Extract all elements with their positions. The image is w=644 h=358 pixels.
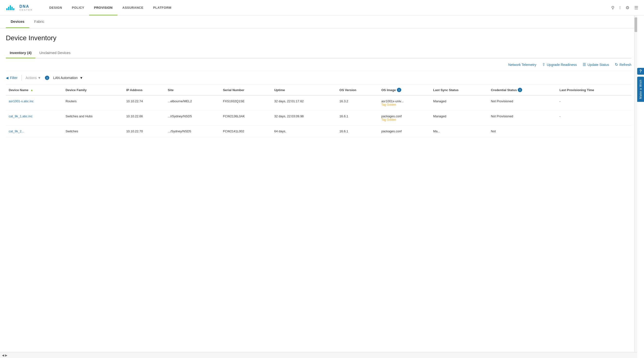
last-sync-cell: Ma... (430, 126, 488, 137)
make-a-wish-button[interactable]: Make a Wish (637, 77, 644, 102)
lan-automation-label: LAN Automation (53, 76, 78, 80)
serial-cell: FCW2136L0AK (220, 111, 271, 126)
scroll-right-icon[interactable]: ▶ (5, 354, 7, 357)
uptime-cell: 32 days, 22:01:17.62 (272, 95, 337, 111)
last-provision-cell: - (556, 95, 632, 111)
table-header: Device Name ▲ Device Family IP Address S… (6, 85, 632, 95)
settings-icon[interactable]: ⚙ (626, 5, 630, 10)
os-image-name: packages.conf (381, 114, 427, 118)
list-icon: ☰ (582, 62, 586, 67)
cred-info-icon[interactable]: i (518, 88, 522, 92)
col-device-name: Device Name ▲ (6, 85, 63, 95)
page-content: Device Inventory Inventory (4) Unclaimed… (0, 28, 637, 137)
filter-icon: ◀ (6, 76, 8, 80)
table-row: cat_9k_1.abc.inc Switches and Hubs 10.10… (6, 111, 632, 126)
last-sync-cell: Managed (430, 95, 488, 111)
nav-provision[interactable]: PROVISION (89, 0, 118, 15)
actions-info-icon[interactable]: i (45, 76, 49, 80)
svg-rect-2 (10, 5, 11, 10)
os-version-cell: 16.6.1 (336, 126, 378, 137)
main-nav: DESIGN POLICY PROVISION ASSURANCE PLATFO… (44, 0, 176, 15)
site-cell: ...elbourne/MEL2 (165, 95, 220, 111)
side-widgets: ? Make a Wish (637, 68, 644, 102)
tab-unclaimed[interactable]: Unclaimed Devices (36, 48, 74, 58)
help-button[interactable]: ? (637, 68, 644, 75)
nav-policy[interactable]: POLICY (67, 0, 89, 15)
credential-cell: Not Provisioned (488, 95, 556, 111)
lan-automation-button[interactable]: LAN Automation ▼ (53, 76, 83, 80)
os-image-cell: packages.conf Tag Golden (378, 111, 430, 126)
col-serial-number: Serial Number (220, 85, 271, 95)
os-image-name: asr1001x-univ... (381, 99, 427, 103)
col-device-family: Device Family (63, 85, 123, 95)
main-scroll-area[interactable]: Devices Fabric Device Inventory Inventor… (0, 15, 644, 358)
site-cell: .../Sydney/NSD5 (165, 126, 220, 137)
filter-label: Filter (10, 76, 18, 80)
os-image-cell: asr1001x-univ... Tag Golden (378, 95, 430, 111)
scrollbar-track[interactable] (634, 15, 637, 358)
actions-button[interactable]: Actions ▼ (26, 76, 41, 80)
refresh-label: Refresh (620, 63, 632, 67)
network-telemetry-button[interactable]: Network Telemetry (508, 63, 536, 67)
nav-design[interactable]: DESIGN (44, 0, 67, 15)
toolbar: Network Telemetry ⇧ Upgrade Readiness ☰ … (6, 58, 632, 71)
col-os-version: OS Version (336, 85, 378, 95)
svg-rect-0 (6, 8, 8, 10)
divider (21, 75, 22, 81)
ip-cell: 10.10.22.74 (123, 95, 165, 111)
logo: DNA CENTER (6, 4, 33, 12)
tag-golden[interactable]: Tag Golden (381, 118, 427, 121)
tab-fabric[interactable]: Fabric (29, 15, 49, 28)
col-credential: Credential Status i (488, 85, 556, 95)
update-status-button[interactable]: ☰ Update Status (582, 62, 609, 67)
nav-assurance[interactable]: ASSURANCE (118, 0, 148, 15)
svg-rect-4 (13, 8, 14, 10)
table-body: asr1001-x.abc.inc Routers 10.10.22.74 ..… (6, 95, 632, 137)
lan-chevron-icon: ▼ (80, 76, 83, 80)
svg-rect-1 (8, 7, 9, 10)
page-title: Device Inventory (6, 34, 632, 42)
tab-devices[interactable]: Devices (6, 15, 29, 28)
nav-right: ⚲ ⁝ ⚙ ☰ (611, 5, 638, 10)
last-sync-cell: Managed (430, 111, 488, 126)
os-image-info-icon[interactable]: i (397, 88, 401, 92)
scrollbar-thumb[interactable] (634, 17, 637, 32)
apps-icon[interactable]: ⁝ (619, 5, 621, 10)
scroll-left-icon[interactable]: ◀ (2, 354, 4, 357)
network-telemetry-label: Network Telemetry (508, 63, 536, 67)
col-last-provision: Last Provisi­oning Time (556, 85, 632, 95)
brand-sub: CENTER (20, 9, 33, 11)
update-status-label: Update Status (588, 63, 609, 67)
uptime-cell: 64 days, (272, 126, 337, 137)
page-tabs: Devices Fabric (0, 15, 637, 28)
credential-cell: Not (488, 126, 556, 137)
top-nav: DNA CENTER DESIGN POLICY PROVISION ASSUR… (0, 0, 644, 15)
sort-icon[interactable]: ▲ (30, 88, 34, 92)
ip-cell: 10.10.22.70 (123, 126, 165, 137)
svg-rect-3 (12, 7, 12, 10)
actions-label: Actions (26, 76, 37, 80)
col-ip-address: IP Address (123, 85, 165, 95)
tab-inventory[interactable]: Inventory (4) (6, 48, 36, 58)
filter-bar: ◀ Filter Actions ▼ i LAN Automation ▼ (6, 71, 632, 85)
credential-cell: Not Provisioned (488, 111, 556, 126)
tag-golden[interactable]: Tag Golden (381, 103, 427, 106)
refresh-button[interactable]: ↻ Refresh (615, 62, 632, 67)
menu-icon[interactable]: ☰ (634, 5, 638, 10)
filter-button[interactable]: ◀ Filter (6, 76, 18, 80)
col-last-sync: Last Sync Status (430, 85, 488, 95)
upgrade-readiness-button[interactable]: ⇧ Upgrade Readiness (542, 62, 577, 67)
upload-icon: ⇧ (542, 62, 545, 67)
table-row: asr1001-x.abc.inc Routers 10.10.22.74 ..… (6, 95, 632, 111)
bottom-nav-row: ◀ ▶ (0, 352, 637, 358)
inventory-tabs: Inventory (4) Unclaimed Devices (6, 48, 632, 58)
device-table: Device Name ▲ Device Family IP Address S… (6, 85, 632, 137)
nav-platform[interactable]: PLATFORM (148, 0, 176, 15)
os-version-cell: 16.3.2 (336, 95, 378, 111)
search-icon[interactable]: ⚲ (611, 5, 614, 10)
logo-text-group: DNA CENTER (20, 4, 33, 11)
site-cell: ...l/Sydney/NSD5 (165, 111, 220, 126)
device-link-1[interactable]: asr1001-x.abc.inc (9, 99, 34, 103)
device-link-3[interactable]: cat_9k_2... (9, 129, 24, 133)
device-link-2[interactable]: cat_9k_1.abc.inc (9, 114, 32, 118)
